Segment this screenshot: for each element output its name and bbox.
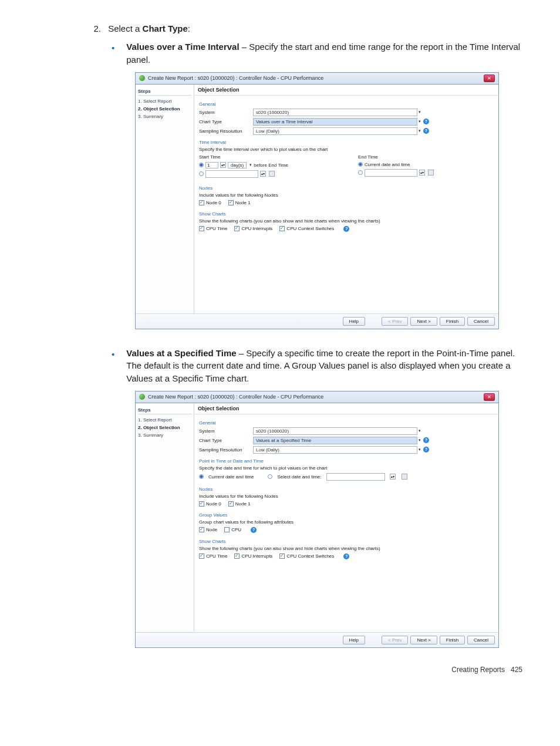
prev-button[interactable]: < Prev [382,636,408,644]
current-time-radio[interactable] [199,474,204,479]
step-number: 2. [88,23,101,33]
end-date-input[interactable] [365,169,417,177]
dialog-time-interval: Create New Report : s020 (1000020) : Con… [135,72,499,329]
end-current-label: Current date and time [365,162,410,167]
current-time-label: Current date and time [208,474,254,480]
info-icon[interactable]: ? [423,119,429,124]
select-time-radio[interactable] [268,474,272,479]
info-icon[interactable]: ? [423,447,429,453]
chevron-down-icon[interactable]: ▾ [419,428,421,433]
node1-checkbox[interactable] [228,501,234,507]
chevron-down-icon[interactable]: ▾ [419,438,421,443]
group-node-label: Node [206,527,217,532]
nodes-desc: Include values for the following Nodes [199,494,494,499]
close-icon[interactable]: ✕ [484,393,495,401]
group-cpu-label: CPU [231,527,241,532]
cpuctx-checkbox[interactable] [279,553,285,559]
cpuctx-checkbox[interactable] [279,226,285,231]
group-cpu-checkbox[interactable] [224,527,230,532]
info-icon[interactable]: ? [423,128,429,134]
start-absolute-radio[interactable] [199,171,204,176]
finish-button[interactable]: Finish [440,317,465,326]
info-icon[interactable]: ? [423,437,429,443]
time-spinner[interactable]: ▴▾ [260,171,266,177]
calendar-icon[interactable] [402,474,407,480]
chevron-down-icon[interactable]: ▾ [249,163,252,167]
start-relative-radio[interactable] [199,163,204,167]
chevron-down-icon[interactable]: ▾ [419,129,421,133]
wizard-step-1[interactable]: 1. Select Report [138,97,191,105]
number-spinner[interactable]: ▴▾ [220,162,226,168]
cputime-label: CPU Time [206,226,227,231]
sampling-combo[interactable]: Low (Daily) [253,446,417,454]
relative-unit-combo[interactable]: day(s) [228,162,247,168]
help-button[interactable]: Help [343,636,365,644]
point-in-time-desc: Specify the date and time for which to p… [199,465,494,471]
bullet-title: Values at a Specified Time [126,348,236,358]
app-icon [139,75,145,81]
wizard-step-1[interactable]: 1. Select Report [138,416,191,424]
wizard-step-3[interactable]: 3. Summary [138,431,191,439]
prev-button[interactable]: < Prev [382,317,408,326]
time-spinner[interactable]: ▴▾ [419,170,425,175]
page-footer: Creating Reports 425 [35,666,525,674]
end-absolute-radio[interactable] [358,170,363,175]
cpuint-checkbox[interactable] [234,226,239,231]
dialog-specified-time: Create New Report : s020 (1000020) : Con… [135,391,499,648]
panel-header: Object Selection [194,85,498,96]
next-button[interactable]: Next > [410,636,437,644]
sampling-label: Sampling Resolution [199,447,253,453]
section-nodes: Nodes [199,185,494,191]
time-spinner[interactable]: ▴▾ [390,474,396,480]
chevron-down-icon[interactable]: ▾ [419,447,421,452]
cputime-checkbox[interactable] [199,553,204,559]
close-icon[interactable]: ✕ [484,75,495,82]
end-current-radio[interactable] [358,162,363,167]
cputime-label: CPU Time [206,553,227,559]
select-date-input[interactable] [326,473,385,481]
step-suffix: : [188,23,190,33]
info-icon[interactable]: ? [343,226,349,232]
steps-header: Steps [138,406,191,414]
relative-number-input[interactable]: 1 [205,162,218,168]
bullet-title: Values over a Time Interval [126,42,239,52]
sampling-combo[interactable]: Low (Daily) [253,127,417,135]
next-button[interactable]: Next > [410,317,437,326]
chevron-down-icon[interactable]: ▾ [419,119,421,124]
system-combo[interactable]: s020 (1000020) [253,109,417,116]
chart-type-combo[interactable]: Values over a Time Interval [253,118,417,126]
dialog-titlebar: Create New Report : s020 (1000020) : Con… [136,391,498,403]
start-date-input[interactable] [205,170,258,178]
calendar-icon[interactable] [269,171,275,177]
sampling-label: Sampling Resolution [199,129,253,134]
cpuint-label: CPU Interrupts [241,553,272,559]
info-icon[interactable]: ? [251,527,257,533]
cpuint-checkbox[interactable] [234,553,239,559]
wizard-steps-panel: Steps 1. Select Report 2. Object Selecti… [136,85,194,313]
node1-label: Node 1 [235,200,251,205]
section-general: General [199,420,494,426]
dialog-title-text: Create New Report : s020 (1000020) : Con… [148,75,484,81]
cputime-checkbox[interactable] [199,226,204,231]
help-button[interactable]: Help [343,317,365,326]
node0-checkbox[interactable] [199,501,204,507]
node0-checkbox[interactable] [199,200,204,205]
step-instruction: 2. Select a Chart Type: [88,23,525,33]
cancel-button[interactable]: Cancel [467,317,495,326]
footer-label: Creating Reports [451,666,505,674]
chart-type-combo[interactable]: Values at a Specified Time [253,437,417,444]
group-node-checkbox[interactable] [199,527,204,532]
wizard-step-2[interactable]: 2. Object Selection [138,105,191,113]
step-bold: Chart Type [143,23,188,33]
wizard-step-2[interactable]: 2. Object Selection [138,424,191,431]
bullet-icon: • [112,348,114,385]
time-interval-desc: Specify the time interval over which to … [199,147,494,152]
chevron-down-icon[interactable]: ▾ [419,110,421,114]
cancel-button[interactable]: Cancel [467,636,495,644]
wizard-step-3[interactable]: 3. Summary [138,113,191,120]
node1-checkbox[interactable] [228,200,234,205]
calendar-icon[interactable] [428,170,434,175]
info-icon[interactable]: ? [343,553,349,559]
system-combo[interactable]: s020 (1000020) [253,427,417,435]
finish-button[interactable]: Finish [440,636,465,644]
